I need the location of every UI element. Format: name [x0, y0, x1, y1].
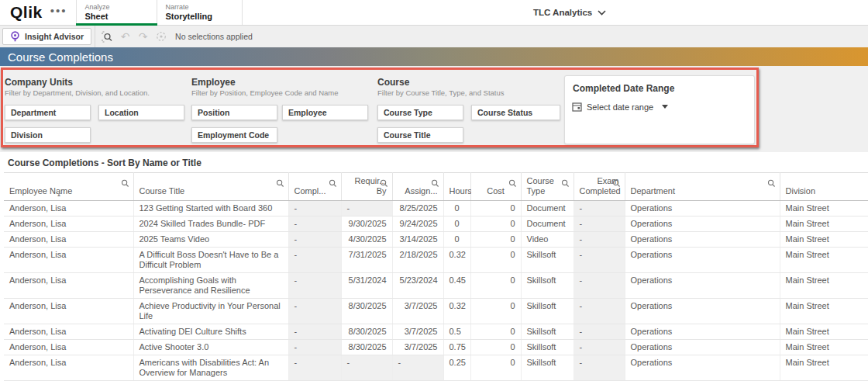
cell-course-type[interactable]: Skillsoft: [521, 340, 574, 355]
column-header-hours[interactable]: Hours: [443, 173, 470, 201]
cell-hours[interactable]: 0.32: [443, 299, 470, 324]
cell-cost[interactable]: 0: [470, 232, 521, 248]
cell-course-type[interactable]: Skillsoft: [521, 355, 574, 381]
cell-department[interactable]: Operations: [625, 299, 780, 324]
undo-icon[interactable]: ↶: [116, 28, 134, 45]
cell-exam-completed[interactable]: -: [574, 355, 625, 381]
app-selector-dropdown[interactable]: TLC Analytics: [533, 0, 606, 25]
cell-compl[interactable]: -: [288, 201, 341, 216]
cell-division[interactable]: Main Street: [780, 299, 868, 324]
cell-compl[interactable]: -: [288, 232, 341, 248]
cell-course-title[interactable]: Activating DEI Culture Shifts: [133, 324, 288, 340]
cell-department[interactable]: Operations: [625, 216, 780, 232]
tab-narrate-storytelling[interactable]: Narrate Storytelling: [157, 0, 243, 25]
cell-department[interactable]: Operations: [625, 273, 780, 299]
cell-department[interactable]: Operations: [625, 324, 780, 340]
filter-field-position[interactable]: Position: [191, 105, 277, 120]
column-search-icon[interactable]: [561, 179, 570, 188]
cell-exam-completed[interactable]: -: [574, 273, 625, 299]
cell-requir-by[interactable]: 9/30/2025: [341, 216, 392, 232]
cell-requir-by[interactable]: 7/31/2025: [341, 248, 392, 273]
filter-field-department[interactable]: Department: [5, 105, 91, 120]
cell-compl[interactable]: -: [288, 340, 341, 355]
column-search-icon[interactable]: [767, 179, 776, 188]
cell-cost[interactable]: 0: [470, 299, 521, 324]
cell-employee-name[interactable]: Anderson, Lisa: [4, 232, 133, 248]
column-header-requir-by[interactable]: Requir... By: [341, 173, 392, 201]
cell-assign[interactable]: 8/25/2025: [392, 201, 443, 216]
cell-course-title[interactable]: Americans with Disabilities Act: An Over…: [133, 355, 288, 381]
cell-course-type[interactable]: Skillsoft: [521, 248, 574, 273]
column-search-icon[interactable]: [508, 179, 517, 188]
cell-exam-completed[interactable]: -: [574, 324, 625, 340]
cell-course-type[interactable]: Video: [521, 232, 574, 248]
cell-assign[interactable]: 3/7/2025: [392, 340, 443, 355]
cell-division[interactable]: Main Street: [780, 248, 868, 273]
column-search-icon[interactable]: [121, 179, 129, 188]
column-search-icon[interactable]: [612, 179, 621, 188]
cell-course-title[interactable]: 123 Getting Started with Board 360: [133, 201, 288, 216]
cell-department[interactable]: Operations: [625, 355, 780, 381]
cell-assign[interactable]: 9/24/2025: [392, 216, 443, 232]
cell-requir-by[interactable]: 8/30/2025: [341, 340, 392, 355]
cell-course-title[interactable]: A Difficult Boss Doesn't Have to Be a Di…: [133, 248, 288, 273]
cell-division[interactable]: Main Street: [780, 340, 868, 355]
cell-exam-completed[interactable]: -: [574, 232, 625, 248]
cell-compl[interactable]: -: [288, 273, 341, 299]
filter-field-course-title[interactable]: Course Title: [377, 127, 463, 143]
cell-exam-completed[interactable]: -: [574, 216, 625, 232]
cell-cost[interactable]: 0: [470, 273, 521, 299]
cell-hours[interactable]: 0: [443, 216, 470, 232]
cell-course-title[interactable]: Active Shooter 3.0: [133, 340, 288, 355]
cell-requir-by[interactable]: 4/30/2025: [341, 232, 392, 248]
cell-employee-name[interactable]: Anderson, Lisa: [4, 355, 133, 381]
clear-selections-icon[interactable]: [152, 28, 170, 45]
cell-hours[interactable]: 0: [443, 232, 470, 248]
column-header-course-title[interactable]: Course Title: [133, 173, 288, 201]
cell-department[interactable]: Operations: [625, 248, 780, 273]
cell-course-type[interactable]: Document: [521, 201, 574, 216]
smart-search-icon[interactable]: [98, 28, 116, 45]
column-search-icon[interactable]: [431, 179, 439, 188]
qlik-logo[interactable]: Qlik: [0, 0, 47, 25]
column-header-assign[interactable]: Assign...: [392, 173, 443, 201]
column-header-exam-completed[interactable]: Exam Completed: [574, 173, 625, 201]
cell-hours[interactable]: 0: [443, 201, 470, 216]
cell-hours[interactable]: 0.32: [443, 248, 470, 273]
cell-employee-name[interactable]: Anderson, Lisa: [4, 248, 133, 273]
cell-requir-by[interactable]: 8/30/2025: [341, 324, 392, 340]
column-header-cost[interactable]: Cost: [470, 173, 521, 201]
cell-division[interactable]: Main Street: [780, 232, 868, 248]
column-header-compl[interactable]: Compl...: [288, 173, 341, 201]
cell-division[interactable]: Main Street: [780, 216, 868, 232]
column-header-division[interactable]: Division: [780, 173, 868, 201]
cell-cost[interactable]: 0: [470, 355, 521, 381]
cell-employee-name[interactable]: Anderson, Lisa: [4, 299, 133, 324]
filter-field-employee[interactable]: Employee: [282, 105, 368, 120]
filter-field-employment-code[interactable]: Employment Code: [191, 127, 277, 143]
cell-employee-name[interactable]: Anderson, Lisa: [4, 324, 133, 340]
cell-course-type[interactable]: Skillsoft: [521, 273, 574, 299]
cell-employee-name[interactable]: Anderson, Lisa: [4, 201, 133, 216]
cell-division[interactable]: Main Street: [780, 324, 868, 340]
filter-field-division[interactable]: Division: [5, 127, 91, 143]
cell-course-type[interactable]: Skillsoft: [521, 299, 574, 324]
cell-department[interactable]: Operations: [625, 232, 780, 248]
cell-assign[interactable]: -: [392, 355, 443, 381]
cell-division[interactable]: Main Street: [780, 201, 868, 216]
redo-icon[interactable]: ↷: [134, 28, 152, 45]
cell-employee-name[interactable]: Anderson, Lisa: [4, 216, 133, 232]
cell-assign[interactable]: 3/7/2025: [392, 324, 443, 340]
cell-division[interactable]: Main Street: [780, 273, 868, 299]
more-menu-icon[interactable]: •••: [47, 0, 77, 25]
date-range-selector[interactable]: Select date range: [565, 94, 754, 112]
cell-employee-name[interactable]: Anderson, Lisa: [4, 340, 133, 355]
cell-requir-by[interactable]: -: [341, 355, 392, 381]
cell-assign[interactable]: 3/14/2025: [392, 232, 443, 248]
cell-compl[interactable]: -: [288, 324, 341, 340]
cell-course-title[interactable]: Achieve Productivity in Your Personal Li…: [133, 299, 288, 324]
cell-division[interactable]: Main Street: [780, 355, 868, 381]
cell-compl[interactable]: -: [288, 216, 341, 232]
cell-course-title[interactable]: 2025 Teams Video: [133, 232, 288, 248]
cell-compl[interactable]: -: [288, 299, 341, 324]
